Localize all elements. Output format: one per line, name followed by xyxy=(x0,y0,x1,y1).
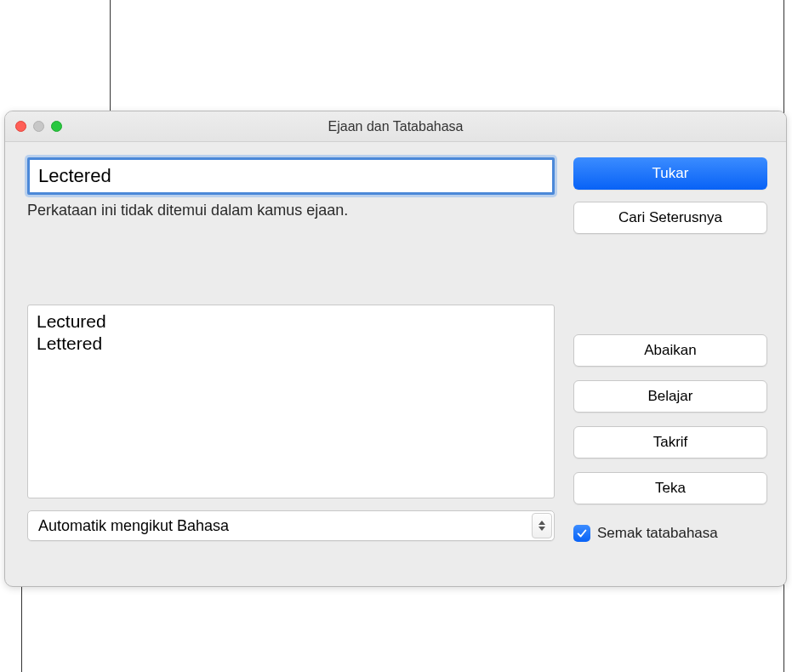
misspelled-word-input[interactable] xyxy=(27,157,555,195)
check-grammar-row[interactable]: Semak tatabahasa xyxy=(573,525,767,542)
spelling-grammar-window: Ejaan dan Tatabahasa Perkataan ini tidak… xyxy=(4,111,787,587)
check-grammar-checkbox[interactable] xyxy=(573,525,590,542)
define-button[interactable]: Takrif xyxy=(573,426,767,458)
select-arrows-icon xyxy=(532,513,552,538)
find-next-button[interactable]: Cari Seterusnya xyxy=(573,202,767,234)
language-select-value: Automatik mengikut Bahasa xyxy=(27,510,555,541)
learn-button[interactable]: Belajar xyxy=(573,380,767,413)
guess-button[interactable]: Teka xyxy=(573,472,767,504)
ignore-button[interactable]: Abaikan xyxy=(573,334,767,367)
button-group-mid: Abaikan Belajar Takrif Teka xyxy=(573,334,767,504)
suggestion-item[interactable]: Lectured xyxy=(37,310,545,333)
status-message: Perkataan ini tidak ditemui dalam kamus … xyxy=(27,202,555,219)
button-group-top: Tukar Cari Seterusnya xyxy=(573,157,767,234)
titlebar: Ejaan dan Tatabahasa xyxy=(5,111,786,142)
change-button[interactable]: Tukar xyxy=(573,157,767,190)
language-select[interactable]: Automatik mengikut Bahasa xyxy=(27,510,555,541)
suggestion-item[interactable]: Lettered xyxy=(37,333,545,355)
checkmark-icon xyxy=(576,527,588,539)
check-grammar-label: Semak tatabahasa xyxy=(597,525,718,542)
right-column: Tukar Cari Seterusnya Abaikan Belajar Ta… xyxy=(573,157,767,542)
window-title: Ejaan dan Tatabahasa xyxy=(5,119,786,134)
suggestions-list[interactable]: Lectured Lettered xyxy=(27,305,555,498)
left-column: Perkataan ini tidak ditemui dalam kamus … xyxy=(27,157,555,542)
content-area: Perkataan ini tidak ditemui dalam kamus … xyxy=(5,142,786,561)
